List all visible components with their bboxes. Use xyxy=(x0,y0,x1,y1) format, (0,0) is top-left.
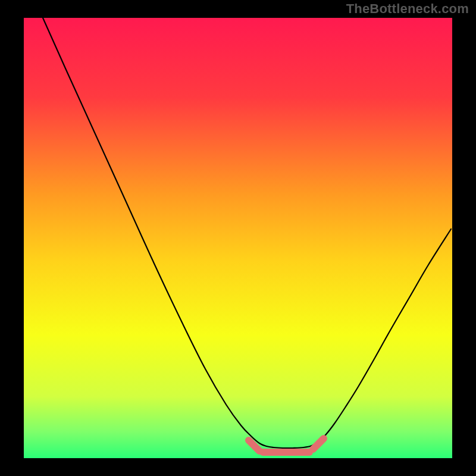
chart-frame: TheBottleneck.com xyxy=(0,0,476,476)
plot-background xyxy=(24,18,452,458)
bottleneck-chart xyxy=(0,0,476,476)
